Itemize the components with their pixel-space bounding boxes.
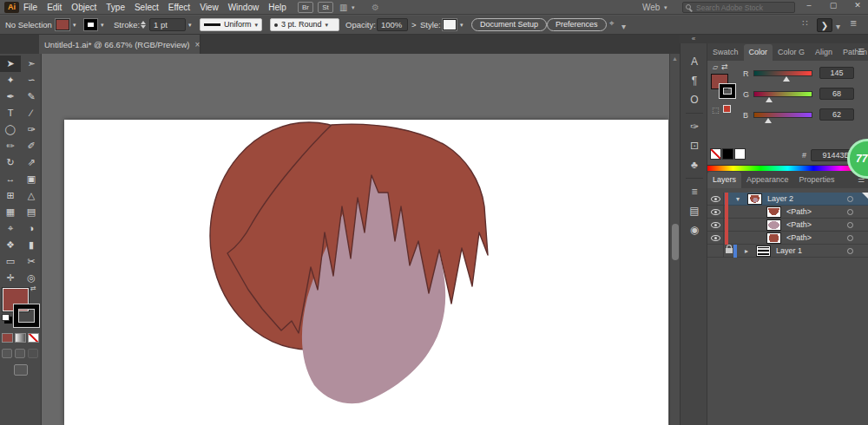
target-circle-icon[interactable] xyxy=(847,196,853,202)
column-graph-tool[interactable]: ▮ xyxy=(21,237,42,253)
scroll-up-icon[interactable]: ▲ xyxy=(672,56,678,62)
visibility-cell[interactable] xyxy=(707,219,724,232)
workspace-chevron-icon[interactable]: ▾ xyxy=(664,2,667,13)
rotate-tool[interactable]: ↻ xyxy=(0,154,21,171)
layers-tab-appearance[interactable]: Appearance xyxy=(741,172,794,188)
white-swatch[interactable] xyxy=(734,148,746,160)
draw-behind-button[interactable] xyxy=(15,349,25,358)
selection-tool[interactable]: ➤ xyxy=(0,56,21,72)
panel-tab-color-g[interactable]: Color G xyxy=(773,44,810,61)
width-tool[interactable]: ↔ xyxy=(0,171,21,187)
pen-tool[interactable]: ✒ xyxy=(0,88,21,105)
draw-inside-button[interactable] xyxy=(28,349,38,358)
stroke-proxy-swatch[interactable] xyxy=(14,304,39,327)
list-view-icon[interactable]: ≣ xyxy=(850,18,857,28)
layer-thumbnail[interactable] xyxy=(756,245,771,257)
eye-icon[interactable] xyxy=(711,209,720,215)
stroke-color-swatch[interactable] xyxy=(84,19,97,30)
g-slider-thumb[interactable] xyxy=(766,97,773,102)
artboard[interactable] xyxy=(64,120,668,425)
paragraph-panel-icon[interactable]: ¶ xyxy=(681,71,708,90)
none-swatch[interactable] xyxy=(710,148,721,160)
magic-wand-tool[interactable]: ✦ xyxy=(0,72,21,88)
target-circle-icon[interactable] xyxy=(847,235,853,241)
layer-row[interactable]: <Path> xyxy=(707,219,868,232)
out-of-gamut-icon[interactable]: ⬚ xyxy=(712,106,720,114)
lasso-tool[interactable]: ∽ xyxy=(21,72,42,88)
gradient-tool[interactable]: ▤ xyxy=(21,204,42,220)
draw-normal-button[interactable] xyxy=(2,349,12,358)
fill-color-swatch[interactable] xyxy=(56,19,69,30)
visibility-cell[interactable] xyxy=(707,193,724,206)
opentype-panel-icon[interactable]: O xyxy=(681,90,708,109)
eye-icon[interactable] xyxy=(711,235,720,241)
paintbrush-tool[interactable]: ✑ xyxy=(21,121,42,138)
panel-tab-swatch[interactable]: Swatch xyxy=(707,44,744,61)
lock-icon[interactable] xyxy=(726,248,733,253)
menu-view[interactable]: View xyxy=(200,3,219,12)
line-segment-tool[interactable]: ∕ xyxy=(21,105,42,121)
transparency-panel-icon[interactable]: ◉ xyxy=(681,220,708,239)
g-value-field[interactable]: 68 xyxy=(819,88,854,100)
menu-type[interactable]: Type xyxy=(106,3,125,12)
target-circle-icon[interactable] xyxy=(847,209,853,215)
stroke-width-field[interactable]: 1 pt xyxy=(149,18,186,31)
swap-fill-stroke-icon[interactable]: ⇄ xyxy=(30,284,36,292)
panel-stroke-swatch[interactable] xyxy=(720,84,735,98)
stroke-width-stepper[interactable] xyxy=(140,19,147,30)
gradient-panel-icon[interactable]: ▤ xyxy=(681,201,708,220)
layer-row[interactable]: ▾Layer 2 xyxy=(707,193,868,206)
menu-window[interactable]: Window xyxy=(228,3,260,12)
scale-tool[interactable]: ⇗ xyxy=(21,154,42,171)
blend-tool[interactable]: ◑ xyxy=(21,220,42,237)
b-slider[interactable] xyxy=(753,112,812,118)
menu-edit[interactable]: Edit xyxy=(47,3,62,12)
tab-close-icon[interactable]: × xyxy=(195,40,201,49)
b-slider-thumb[interactable] xyxy=(765,118,772,123)
visibility-cell[interactable] xyxy=(707,232,724,245)
layer-row[interactable]: ▸Layer 1 xyxy=(707,245,868,258)
bridge-button[interactable]: Br xyxy=(298,2,313,13)
eye-icon[interactable] xyxy=(711,222,720,228)
eye-icon[interactable] xyxy=(711,196,720,202)
target-circle-icon[interactable] xyxy=(847,222,853,228)
gradient-mode-button[interactable] xyxy=(15,333,26,343)
layer-thumbnail[interactable] xyxy=(766,219,781,231)
mesh-tool[interactable]: ▦ xyxy=(0,204,21,220)
stroke-chevron-icon[interactable]: ▾ xyxy=(101,22,104,29)
control-options-chevron-icon[interactable]: ▾ xyxy=(621,22,626,31)
fill-chevron-icon[interactable]: ▾ xyxy=(73,22,76,29)
screen-mode-icon[interactable] xyxy=(14,364,28,376)
opacity-more-icon[interactable]: > xyxy=(411,20,417,29)
brushes-panel-icon[interactable]: ✑ xyxy=(681,117,708,136)
pasteboard[interactable] xyxy=(42,54,669,425)
maximize-button[interactable]: ▢ xyxy=(825,1,842,10)
r-value-field[interactable]: 145 xyxy=(819,67,854,79)
symbol-sprayer-tool[interactable]: ❖ xyxy=(0,237,21,253)
g-slider[interactable] xyxy=(753,91,812,97)
dock-arrangement-chevron-icon[interactable]: ▾ xyxy=(836,22,840,31)
brush-definition-select[interactable]: 3 pt. Round ▾ xyxy=(270,18,339,31)
expand-panels-icon[interactable]: « xyxy=(680,35,707,43)
vertical-scrollbar[interactable]: ▲ xyxy=(669,54,680,425)
chevron-right-icon[interactable]: ▸ xyxy=(740,247,753,255)
default-fill-stroke-icon[interactable] xyxy=(2,314,10,321)
ellipse-tool[interactable]: ◯ xyxy=(0,121,21,138)
workspace-switcher[interactable]: Web xyxy=(642,2,660,13)
character-panel-icon[interactable]: A xyxy=(681,52,708,71)
curvature-tool[interactable]: ✎ xyxy=(21,88,42,105)
menu-select[interactable]: Select xyxy=(135,3,159,12)
panel-tab-color[interactable]: Color xyxy=(744,44,773,61)
minimize-button[interactable]: – xyxy=(800,1,818,10)
eyedropper-tool[interactable]: ⌖ xyxy=(0,220,21,237)
document-setup-button[interactable]: Document Setup xyxy=(471,18,547,31)
r-slider[interactable] xyxy=(753,70,812,76)
close-button[interactable]: ✕ xyxy=(849,1,866,10)
stock-button[interactable]: St xyxy=(318,2,333,13)
layer-thumbnail[interactable] xyxy=(766,206,781,218)
symbols-panel-icon[interactable]: ♣ xyxy=(681,155,708,174)
menu-file[interactable]: File xyxy=(23,3,37,12)
black-swatch[interactable] xyxy=(722,148,733,160)
b-value-field[interactable]: 62 xyxy=(819,108,854,121)
pencil-tool[interactable]: ✏ xyxy=(0,138,21,154)
